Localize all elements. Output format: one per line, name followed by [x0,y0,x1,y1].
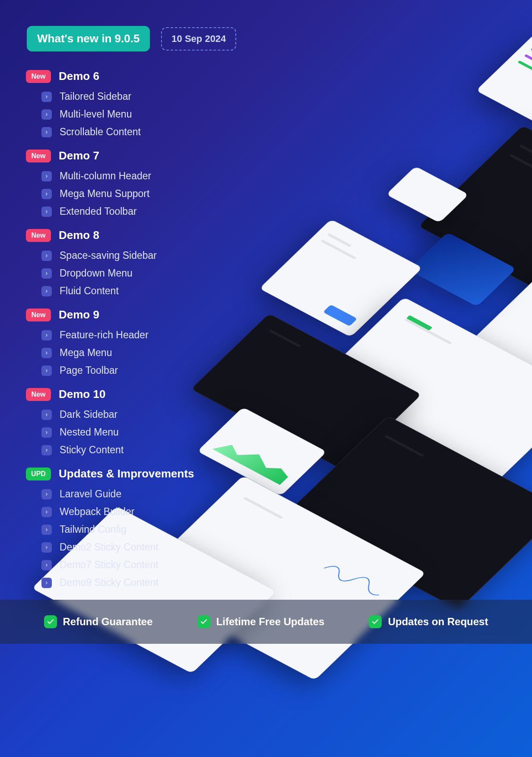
item-text: Extended Toolbar [60,206,137,217]
chevron-right-icon [41,251,52,261]
chevron-right-icon [41,489,52,499]
footer-item-refund: Refund Guarantee [44,615,153,628]
section-title: Demo 10 [59,388,105,401]
changelog-section: NewDemo 8Space-saving SidebarDropdown Me… [26,229,233,297]
chevron-right-icon [41,525,52,535]
list-item[interactable]: Nested Menu [41,426,233,438]
footer-label: Updates on Request [388,616,488,628]
tag-new: New [26,388,51,401]
item-text: Multi-level Menu [60,108,132,120]
section-header: NewDemo 8 [26,229,233,242]
list-item[interactable]: Multi-column Header [41,170,233,182]
list-item[interactable]: Scrollable Content [41,126,233,138]
list-item[interactable]: Demo7 Sticky Content [41,559,233,571]
chevron-right-icon [41,542,52,553]
chevron-right-icon [41,109,52,120]
section-title: Demo 7 [59,149,99,162]
changelog-section: UPDUpdates & ImprovementsLaravel GuideWe… [26,467,233,588]
date-badge: 10 Sep 2024 [161,27,236,51]
list-item[interactable]: Space-saving Sidebar [41,250,233,261]
item-list: Space-saving SidebarDropdown MenuFluid C… [26,250,233,297]
footer-label: Lifetime Free Updates [216,616,325,628]
item-list: Feature-rich HeaderMega MenuPage Toolbar [26,329,233,376]
list-item[interactable]: Mega Menu [41,347,233,359]
list-item[interactable]: Dropdown Menu [41,267,233,279]
list-item[interactable]: Webpack Builder [41,506,233,518]
changelog-section: NewDemo 10Dark SidebarNested MenuSticky … [26,388,233,456]
chevron-right-icon [41,507,52,517]
item-text: Space-saving Sidebar [60,250,157,261]
section-title: Demo 9 [59,308,99,321]
list-item[interactable]: Fluid Content [41,285,233,297]
chevron-right-icon [41,348,52,358]
list-item[interactable]: Dark Sidebar [41,409,233,420]
section-title: Demo 6 [59,70,99,83]
chevron-right-icon [41,171,52,181]
tag-new: New [26,309,51,321]
check-icon [44,615,57,628]
changelog-section: NewDemo 9Feature-rich HeaderMega MenuPag… [26,308,233,376]
section-header: UPDUpdates & Improvements [26,467,233,480]
item-list: Dark SidebarNested MenuSticky Content [26,409,233,456]
chevron-right-icon [41,189,52,199]
item-text: Demo7 Sticky Content [60,559,158,571]
list-item[interactable]: Sticky Content [41,444,233,456]
footer-item-updates: Lifetime Free Updates [197,615,325,628]
item-text: Multi-column Header [60,170,151,182]
chevron-right-icon [41,268,52,279]
section-header: NewDemo 6 [26,70,233,83]
section-header: NewDemo 10 [26,388,233,401]
check-icon [369,615,382,628]
list-item[interactable]: Multi-level Menu [41,108,233,120]
tag-upd: UPD [26,468,51,480]
item-text: Tailwind Config [60,524,127,535]
chevron-right-icon [41,445,52,455]
chevron-right-icon [41,578,52,588]
list-item[interactable]: Laravel Guide [41,488,233,500]
changelog-section: NewDemo 7Multi-column HeaderMega Menu Su… [26,149,233,217]
list-item[interactable]: Page Toolbar [41,365,233,376]
chevron-right-icon [41,286,52,296]
footer-label: Refund Guarantee [63,616,153,628]
item-text: Fluid Content [60,285,119,297]
chevron-right-icon [41,330,52,340]
changelog-section: NewDemo 6Tailored SidebarMulti-level Men… [26,70,233,138]
item-list: Tailored SidebarMulti-level MenuScrollab… [26,91,233,138]
list-item[interactable]: Mega Menu Support [41,188,233,200]
list-item[interactable]: Feature-rich Header [41,329,233,341]
section-title: Updates & Improvements [59,467,194,480]
version-badge: What's new in 9.0.5 [27,26,150,51]
list-item[interactable]: Demo2 Sticky Content [41,541,233,553]
chevron-right-icon [41,127,52,137]
list-item[interactable]: Tailored Sidebar [41,91,233,102]
item-text: Feature-rich Header [60,329,149,341]
item-list: Multi-column HeaderMega Menu SupportExte… [26,170,233,217]
item-list: Laravel GuideWebpack BuilderTailwind Con… [26,488,233,588]
section-title: Demo 8 [59,229,99,242]
list-item[interactable]: Demo9 Sticky Content [41,577,233,588]
item-text: Dropdown Menu [60,267,133,279]
check-icon [197,615,210,628]
list-item[interactable]: Extended Toolbar [41,206,233,217]
tag-new: New [26,70,51,83]
tag-new: New [26,229,51,242]
item-text: Page Toolbar [60,365,118,376]
list-item[interactable]: Tailwind Config [41,524,233,535]
chevron-right-icon [41,560,52,570]
chevron-right-icon [41,92,52,102]
chevron-right-icon [41,410,52,420]
footer-item-request: Updates on Request [369,615,488,628]
section-header: NewDemo 7 [26,149,233,162]
tag-new: New [26,149,51,162]
item-text: Webpack Builder [60,506,134,518]
chevron-right-icon [41,207,52,217]
item-text: Scrollable Content [60,126,141,138]
chevron-right-icon [41,427,52,438]
item-text: Demo9 Sticky Content [60,577,158,588]
item-text: Mega Menu [60,347,112,359]
footer: Refund Guarantee Lifetime Free Updates U… [0,600,532,644]
item-text: Nested Menu [60,426,119,438]
item-text: Tailored Sidebar [60,91,131,102]
item-text: Dark Sidebar [60,409,117,420]
chevron-right-icon [41,366,52,376]
